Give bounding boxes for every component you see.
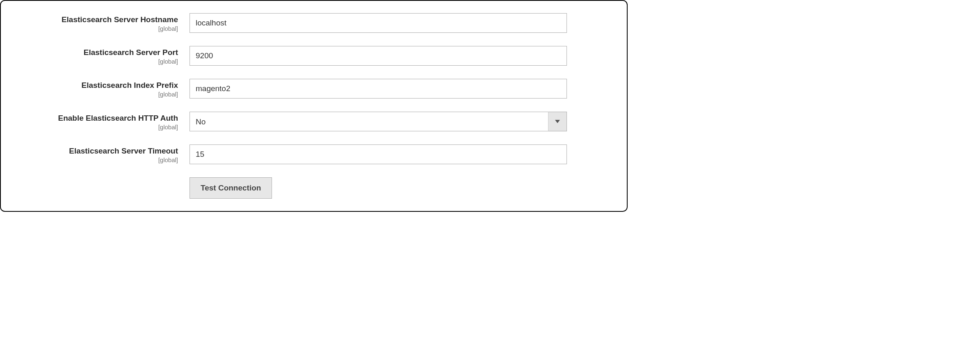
select-wrap-http-auth: No [190, 112, 567, 131]
field-cell-port [190, 46, 567, 66]
field-cell-index-prefix [190, 79, 567, 99]
row-test-connection: Test Connection [13, 177, 614, 199]
input-hostname[interactable] [190, 13, 567, 33]
label-cell-index-prefix: Elasticsearch Index Prefix [global] [13, 79, 190, 98]
scope-hostname: [global] [13, 25, 178, 32]
label-cell-hostname: Elasticsearch Server Hostname [global] [13, 13, 190, 32]
scope-index-prefix: [global] [13, 91, 178, 98]
row-timeout: Elasticsearch Server Timeout [global] [13, 144, 614, 164]
scope-port: [global] [13, 58, 178, 65]
row-index-prefix: Elasticsearch Index Prefix [global] [13, 79, 614, 99]
label-cell-empty [13, 177, 190, 199]
input-port[interactable] [190, 46, 567, 66]
label-index-prefix: Elasticsearch Index Prefix [13, 80, 178, 91]
input-index-prefix[interactable] [190, 79, 567, 99]
field-cell-http-auth: No [190, 112, 567, 131]
field-cell-hostname [190, 13, 567, 33]
scope-http-auth: [global] [13, 124, 178, 131]
select-http-auth[interactable]: No [190, 112, 567, 131]
row-hostname: Elasticsearch Server Hostname [global] [13, 13, 614, 33]
test-connection-button[interactable]: Test Connection [190, 177, 272, 199]
input-timeout[interactable] [190, 144, 567, 164]
field-cell-test-connection: Test Connection [190, 177, 567, 199]
label-cell-port: Elasticsearch Server Port [global] [13, 46, 190, 65]
label-http-auth: Enable Elasticsearch HTTP Auth [13, 113, 178, 124]
label-hostname: Elasticsearch Server Hostname [13, 15, 178, 25]
label-timeout: Elasticsearch Server Timeout [13, 146, 178, 156]
config-panel: Elasticsearch Server Hostname [global] E… [0, 0, 628, 212]
row-port: Elasticsearch Server Port [global] [13, 46, 614, 66]
label-port: Elasticsearch Server Port [13, 48, 178, 58]
field-cell-timeout [190, 144, 567, 164]
row-http-auth: Enable Elasticsearch HTTP Auth [global] … [13, 112, 614, 131]
label-cell-http-auth: Enable Elasticsearch HTTP Auth [global] [13, 112, 190, 131]
scope-timeout: [global] [13, 156, 178, 163]
label-cell-timeout: Elasticsearch Server Timeout [global] [13, 144, 190, 163]
